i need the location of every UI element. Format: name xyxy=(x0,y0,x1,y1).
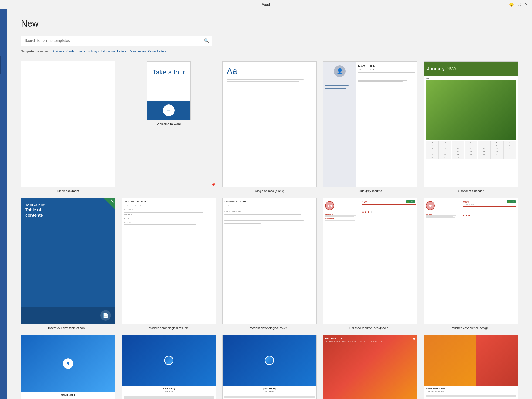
sidebar-accent xyxy=(0,56,1,75)
title-bar: Word 🙂 ☹ ? xyxy=(0,0,532,9)
template-label-single-spaced: Single spaced (blank) xyxy=(255,189,284,193)
bgr-left: 👤 xyxy=(323,62,356,187)
suggested-searches: Suggested searches: Business Cards Flyer… xyxy=(21,50,518,53)
main-layout: New 🔍 Suggested searches: Business Cards… xyxy=(0,9,532,399)
cal-body: Title SMTWTFS 1234567 891011121314 15161… xyxy=(424,76,518,187)
bgr-right: NAME HERE JOB TITLE HERE xyxy=(356,62,417,187)
main-content: New 🔍 Suggested searches: Business Cards… xyxy=(7,9,532,399)
template-polished-resume[interactable]: YN OBJECTIVE EXPERIENCE xyxy=(323,198,418,330)
bgr-name: NAME HERE xyxy=(358,64,415,68)
cal-month: January xyxy=(427,66,445,71)
template-label-mcr: Modern chronological resume xyxy=(149,326,189,330)
template-blank-document[interactable]: Blank document xyxy=(21,62,115,193)
template-card-single-spaced: Aa xyxy=(222,62,317,187)
suggested-tag-resumes[interactable]: Resumes and Cover Letters xyxy=(128,50,166,53)
template-welcome-to-word[interactable]: Take a tour → Welcome to Word xyxy=(147,62,191,126)
template-modern-chrono-cover[interactable]: FIRST NAME LAST NAME email@email.com | p… xyxy=(222,198,317,330)
template-newsletter[interactable]: HEADLINE TITLE PUT A QUOTE HERE TO HIGHL… xyxy=(323,335,418,399)
toc-line2: Table of xyxy=(25,207,111,212)
cal-image xyxy=(426,81,516,140)
pol-cover-left: YN CONTACT xyxy=(424,199,462,323)
resume-card-inner: FIRST NAME LAST NAME email@email.com | p… xyxy=(122,199,216,323)
template-single-spaced[interactable]: Aa Single spaced (blank) xyxy=(222,62,317,193)
toc-icon: 📄 xyxy=(100,310,111,321)
cal-header: January YEAR xyxy=(424,62,518,76)
template-blue-grey-resume[interactable]: 👤 xyxy=(323,62,418,193)
help-icon[interactable]: ? xyxy=(525,3,527,7)
new-badge xyxy=(104,199,115,210)
template-card-mcc: FIRST NAME LAST NAME email@email.com | p… xyxy=(222,198,317,324)
tour-card-inner: Take a tour → xyxy=(147,62,191,120)
feedback-smiley-icon[interactable]: 🙂 xyxy=(509,2,514,7)
blog-title: Title as Heading Here xyxy=(426,387,516,389)
template-blog[interactable]: Title as Heading Here Customise Heading … xyxy=(424,335,518,399)
template-label-tour: Welcome to Word xyxy=(157,122,181,126)
suggested-label: Suggested searches: xyxy=(21,50,49,53)
template-snapshot-calendar[interactable]: January YEAR Title SMTWTFS 1234567 89101… xyxy=(424,62,518,193)
tour-title: Take a tour xyxy=(153,69,185,76)
template-card-blank xyxy=(21,62,115,187)
template-card-bc-cover: [First Name] [Surname] xyxy=(222,335,317,399)
suggested-tag-flyers[interactable]: Flyers xyxy=(77,50,85,53)
template-label-mcc: Modern chronological cover... xyxy=(250,326,289,330)
cal-year: YEAR xyxy=(447,67,456,70)
feedback-sad-icon[interactable]: ☹ xyxy=(518,2,521,7)
pol-right: YOUR xyxy=(361,199,417,323)
template-card-blue-grey: 👤 xyxy=(323,62,418,187)
title-bar-icons: 🙂 ☹ ? xyxy=(509,2,527,7)
template-polished-cover[interactable]: YN CONTACT YOUR RECIPIENT NAME xyxy=(424,198,518,330)
template-card-toc: New Insert your first Table of contents … xyxy=(21,198,115,324)
template-grid: Blank document Take a tour → Welcome to … xyxy=(21,62,518,399)
template-label-polished-cover: Polished cover letter, design... xyxy=(451,326,491,330)
template-blue-circle-2[interactable]: [First Name] [Surname] xyxy=(122,335,216,399)
app-title: Word xyxy=(262,3,270,6)
suggested-tag-letters[interactable]: Letters xyxy=(117,50,127,53)
template-card-bc1: 👤 NAME HERE xyxy=(21,335,115,399)
page-title: New xyxy=(21,19,518,29)
template-card-bc2: [First Name] [Surname] xyxy=(122,335,216,399)
pol-cover-avatar: YN xyxy=(426,201,435,210)
template-card-polished-cover: YN CONTACT YOUR RECIPIENT NAME xyxy=(424,198,518,324)
bgr-avatar: 👤 xyxy=(334,65,346,77)
pin-icon[interactable]: 📌 xyxy=(211,183,216,187)
suggested-tag-education[interactable]: Education xyxy=(101,50,115,53)
moo-badge-cover: 🌿 MOO xyxy=(507,200,516,203)
resume-cover-inner: FIRST NAME LAST NAME email@email.com | p… xyxy=(222,199,317,323)
toc-bar: 📄 xyxy=(21,307,115,324)
template-card-newsletter: HEADLINE TITLE PUT A QUOTE HERE TO HIGHL… xyxy=(323,335,418,399)
template-label-polished-resume: Polished resume, designed b... xyxy=(349,326,391,330)
suggested-tag-cards[interactable]: Cards xyxy=(66,50,75,53)
toc-line3: contents xyxy=(25,213,111,218)
suggested-tag-holidays[interactable]: Holidays xyxy=(87,50,99,53)
template-card-blog: Title as Heading Here Customise Heading … xyxy=(424,335,518,399)
template-welcome-wrapper: Take a tour → Welcome to Word 📌 xyxy=(122,62,216,193)
template-label-toc: Insert your first table of cont... xyxy=(48,326,88,330)
template-toc[interactable]: New Insert your first Table of contents … xyxy=(21,198,115,330)
polished-card-inner: YN OBJECTIVE EXPERIENCE xyxy=(323,199,417,323)
ss-card-inner: Aa xyxy=(222,62,317,187)
pol-cover-right: YOUR RECIPIENT NAME xyxy=(462,199,518,323)
search-container: 🔍 xyxy=(21,36,212,46)
pol-left: YN OBJECTIVE EXPERIENCE xyxy=(323,199,361,323)
bgr-jobtitle: JOB TITLE HERE xyxy=(358,69,415,71)
template-label-blank: Blank document xyxy=(57,189,79,193)
newsletter-title: HEADLINE TITLE xyxy=(325,337,415,340)
search-input[interactable] xyxy=(21,39,201,43)
bc1-name: NAME HERE xyxy=(24,394,113,397)
sidebar xyxy=(0,9,7,399)
bgr-card-inner: 👤 xyxy=(323,62,417,187)
template-blue-circle-1[interactable]: 👤 NAME HERE xyxy=(21,335,115,399)
tour-arrow-icon: → xyxy=(163,105,175,116)
search-button[interactable]: 🔍 xyxy=(201,36,212,46)
template-card-polished-resume: YN OBJECTIVE EXPERIENCE xyxy=(323,198,418,324)
ss-lines xyxy=(227,79,312,94)
template-modern-chrono-resume[interactable]: FIRST NAME LAST NAME email@email.com | p… xyxy=(122,198,216,330)
cal-grid: SMTWTFS 1234567 891011121314 15161718192… xyxy=(426,141,516,159)
toc-card-inner: New Insert your first Table of contents … xyxy=(21,199,115,323)
toc-line1: Insert your first xyxy=(25,203,111,207)
template-label-calendar: Snapshot calendar xyxy=(458,189,483,193)
suggested-tag-business[interactable]: Business xyxy=(52,50,64,53)
ss-aa-label: Aa xyxy=(227,66,312,76)
template-blue-circle-cover[interactable]: [First Name] [Surname] xyxy=(222,335,317,399)
tour-arrow-bar: → xyxy=(147,101,191,120)
